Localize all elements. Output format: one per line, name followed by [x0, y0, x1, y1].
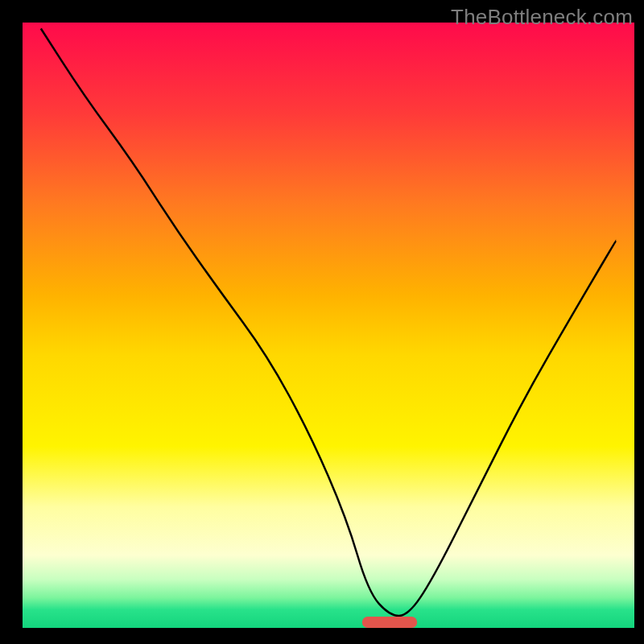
bottleneck-chart: TheBottleneck.com	[0, 0, 644, 644]
watermark: TheBottleneck.com	[451, 5, 633, 30]
plot-background	[23, 23, 634, 628]
optimal-marker	[362, 617, 417, 628]
chart-svg	[0, 0, 644, 644]
